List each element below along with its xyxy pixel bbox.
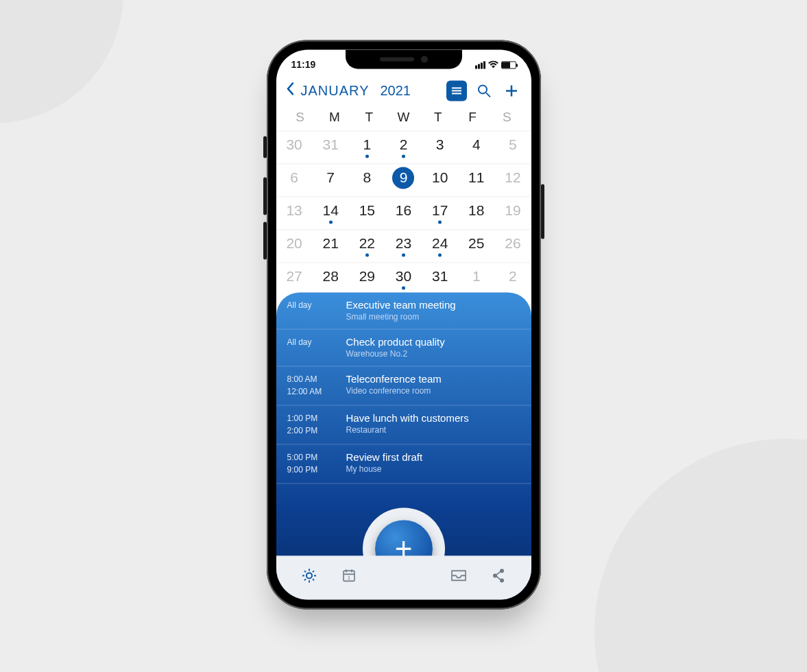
power-button	[541, 184, 544, 239]
today-icon[interactable]	[296, 568, 323, 587]
weekday-label: S	[283, 110, 317, 125]
bottom-dock: 1	[276, 555, 531, 599]
app-header: JANUARY 2021	[276, 75, 531, 106]
calendar-icon[interactable]: 1	[335, 568, 363, 587]
svg-line-4	[486, 93, 490, 97]
volume-up-button	[263, 177, 267, 215]
calendar-day[interactable]: 24	[422, 229, 458, 262]
event-row[interactable]: 5:00 PM9:00 PMReview first draftMy house	[276, 444, 531, 483]
svg-rect-2	[452, 93, 461, 94]
weekday-label: W	[386, 110, 420, 125]
calendar-day[interactable]: 7	[313, 163, 349, 196]
calendar-day[interactable]: 3	[422, 130, 458, 163]
weekday-label: T	[352, 110, 386, 125]
add-button[interactable]	[501, 80, 522, 101]
event-body: Teleconference teamVideo conference room	[346, 373, 442, 398]
event-row[interactable]: 8:00 AM12:00 AMTeleconference teamVideo …	[276, 366, 531, 405]
weekday-label: T	[421, 110, 455, 125]
event-location: Video conference room	[346, 386, 442, 396]
svg-line-25	[496, 576, 501, 579]
event-row[interactable]: All dayCheck product qualityWarehouse No…	[276, 329, 531, 366]
calendar-day[interactable]: 14	[313, 196, 349, 229]
view-toggle-button[interactable]	[446, 80, 467, 101]
svg-rect-1	[452, 90, 461, 91]
event-row[interactable]: 1:00 PM2:00 PMHave lunch with customersR…	[276, 405, 531, 444]
calendar-day[interactable]: 28	[313, 262, 349, 295]
calendar-day[interactable]: 27	[276, 262, 313, 295]
event-time: All day	[287, 299, 337, 322]
calendar-day[interactable]: 13	[276, 196, 313, 229]
event-title: Review first draft	[346, 451, 423, 463]
calendar-day[interactable]: 23	[385, 229, 422, 262]
event-location: My house	[346, 464, 423, 474]
event-time: 1:00 PM2:00 PM	[287, 412, 337, 437]
svg-rect-0	[452, 87, 461, 88]
calendar-day[interactable]: 22	[349, 229, 385, 262]
calendar-day[interactable]: 5	[494, 130, 531, 163]
svg-line-13	[313, 579, 314, 580]
calendar-day[interactable]: 2	[385, 130, 422, 163]
calendar-day[interactable]: 4	[458, 130, 494, 163]
calendar-day[interactable]: 31	[422, 262, 458, 295]
status-time: 11:19	[291, 59, 316, 70]
calendar-day[interactable]: 19	[494, 196, 531, 229]
calendar-day[interactable]: 15	[349, 196, 385, 229]
mute-switch	[263, 136, 267, 158]
weekday-label: M	[317, 110, 352, 125]
svg-line-12	[304, 571, 306, 572]
event-time: 8:00 AM12:00 AM	[287, 373, 337, 398]
calendar-day[interactable]: 26	[494, 229, 531, 262]
calendar-day[interactable]: 8	[349, 163, 385, 196]
calendar-day[interactable]: 12	[494, 163, 531, 196]
weekday-label: S	[490, 110, 524, 125]
calendar-day[interactable]: 30	[385, 262, 422, 295]
signal-icon	[475, 61, 485, 69]
header-year[interactable]: 2021	[381, 83, 411, 99]
calendar-grid: 3031123456789101112131415161718192021222…	[276, 130, 531, 295]
notch	[346, 49, 462, 69]
calendar-day[interactable]: 2	[494, 262, 531, 295]
calendar-day[interactable]: 31	[313, 130, 349, 163]
event-location: Restaurant	[346, 425, 469, 435]
event-row[interactable]: All dayExecutive team meetingSmall meeti…	[276, 292, 531, 329]
event-title: Teleconference team	[346, 373, 442, 385]
event-body: Have lunch with customersRestaurant	[346, 412, 469, 437]
wifi-icon	[488, 60, 498, 70]
share-icon[interactable]	[485, 568, 512, 587]
event-title: Check product quality	[346, 336, 445, 348]
calendar-day[interactable]: 1	[458, 262, 494, 295]
calendar-day[interactable]: 30	[276, 130, 313, 163]
header-month[interactable]: JANUARY	[301, 83, 370, 99]
search-button[interactable]	[474, 80, 494, 101]
calendar-day[interactable]: 1	[349, 130, 385, 163]
event-time: All day	[287, 336, 337, 359]
back-button[interactable]	[286, 82, 294, 99]
calendar-day[interactable]: 10	[422, 163, 458, 196]
event-time: 5:00 PM9:00 PM	[287, 451, 337, 476]
screen: 11:19 JANUARY 2021	[276, 49, 531, 599]
weekday-label: F	[455, 110, 490, 125]
calendar-day[interactable]: 21	[313, 229, 349, 262]
svg-text:1: 1	[347, 575, 350, 581]
event-body: Review first draftMy house	[346, 451, 423, 476]
weekday-row: SMTWTFS	[276, 106, 531, 130]
inbox-icon[interactable]	[445, 568, 472, 586]
svg-line-15	[304, 579, 306, 580]
event-location: Warehouse No.2	[346, 349, 445, 359]
calendar-day[interactable]: 18	[458, 196, 494, 229]
calendar-day[interactable]: 17	[422, 196, 458, 229]
event-body: Executive team meetingSmall meeting room	[346, 299, 456, 322]
calendar-day[interactable]: 6	[276, 163, 313, 196]
volume-down-button	[263, 221, 267, 259]
svg-line-24	[496, 571, 501, 575]
calendar-day[interactable]: 25	[458, 229, 494, 262]
calendar-day[interactable]: 9	[385, 163, 422, 196]
calendar-day[interactable]: 16	[385, 196, 422, 229]
calendar-day[interactable]: 29	[349, 262, 385, 295]
battery-icon	[501, 61, 516, 69]
calendar-day[interactable]: 20	[276, 229, 313, 262]
event-body: Check product qualityWarehouse No.2	[346, 336, 445, 359]
event-location: Small meeting room	[346, 312, 456, 322]
event-title: Have lunch with customers	[346, 412, 469, 424]
calendar-day[interactable]: 11	[458, 163, 494, 196]
